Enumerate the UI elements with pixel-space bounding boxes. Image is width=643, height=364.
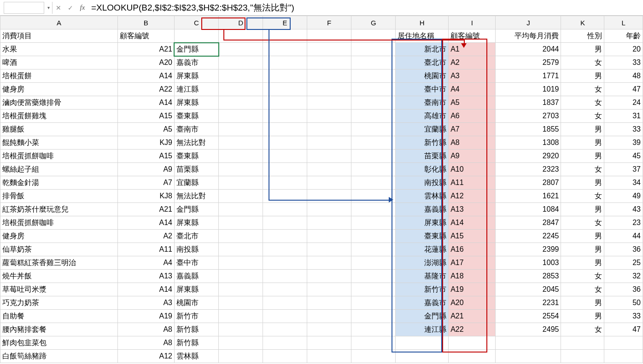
cell[interactable]	[307, 243, 351, 256]
cell[interactable]: 2323	[496, 163, 561, 176]
cell[interactable]: A14	[117, 216, 174, 230]
cell[interactable]: A21	[117, 203, 174, 216]
cell[interactable]	[263, 350, 307, 363]
cell[interactable]	[219, 230, 263, 243]
cell[interactable]: 嘉義市	[174, 56, 218, 69]
cell[interactable]: 年齡	[604, 29, 643, 43]
cell[interactable]: 臺南市	[396, 96, 449, 110]
cell[interactable]	[396, 350, 449, 363]
cancel-icon[interactable]: ✕	[53, 2, 64, 14]
cell[interactable]: 培根蛋抓餅咖啡	[0, 216, 118, 230]
cell[interactable]	[263, 323, 307, 336]
cell[interactable]: 蘿蔔糕紅茶香雞三明治	[0, 256, 118, 270]
cell[interactable]	[263, 243, 307, 256]
cell[interactable]	[351, 256, 396, 270]
cell[interactable]	[219, 163, 263, 176]
cell[interactable]	[219, 150, 263, 163]
cell[interactable]: A9	[449, 150, 496, 163]
cell[interactable]: 男	[561, 256, 604, 270]
cell[interactable]	[219, 216, 263, 230]
cell[interactable]	[219, 123, 263, 136]
cell[interactable]	[351, 163, 396, 176]
cell[interactable]	[561, 350, 604, 363]
cell[interactable]	[219, 243, 263, 256]
cell[interactable]	[351, 336, 396, 350]
cell[interactable]: 女	[561, 163, 604, 176]
cell[interactable]	[561, 336, 604, 350]
cell[interactable]	[307, 136, 351, 150]
cell[interactable]: 24	[604, 96, 643, 110]
cell[interactable]: 33	[604, 56, 643, 69]
cell[interactable]	[219, 256, 263, 270]
cell[interactable]: 彰化縣	[396, 163, 449, 176]
cell[interactable]	[604, 336, 643, 350]
cell[interactable]	[219, 323, 263, 336]
cell[interactable]: 桃園市	[396, 69, 449, 83]
cell[interactable]: A7	[449, 123, 496, 136]
cell[interactable]: 2853	[496, 270, 561, 283]
cell[interactable]	[307, 336, 351, 350]
cell[interactable]	[263, 203, 307, 216]
cell[interactable]	[351, 123, 396, 136]
cell[interactable]: A12	[117, 350, 174, 363]
cell[interactable]: 消費項目	[0, 29, 118, 43]
cell[interactable]: 34	[604, 176, 643, 190]
cell[interactable]: 連江縣	[396, 323, 449, 336]
cell[interactable]	[219, 56, 263, 69]
cell[interactable]: 餛飩麵小菜	[0, 136, 118, 150]
cell[interactable]	[351, 310, 396, 323]
cell[interactable]	[307, 216, 351, 230]
cell[interactable]: A12	[449, 190, 496, 203]
cell[interactable]: 南投縣	[396, 176, 449, 190]
cell[interactable]: 臺東縣	[174, 150, 218, 163]
cell[interactable]: 螺絲起子組	[0, 163, 118, 176]
col-header-F[interactable]: F	[307, 16, 351, 29]
cell[interactable]: 健身房	[0, 83, 118, 96]
cell[interactable]	[351, 270, 396, 283]
cell[interactable]: A7	[117, 176, 174, 190]
cell[interactable]: 新竹縣	[396, 136, 449, 150]
cell[interactable]: 女	[561, 283, 604, 296]
cell[interactable]: A1	[449, 43, 496, 56]
cell[interactable]	[263, 150, 307, 163]
cell[interactable]	[263, 190, 307, 203]
cell[interactable]: 基隆市	[396, 270, 449, 283]
cell[interactable]	[351, 176, 396, 190]
cell[interactable]: 男	[561, 176, 604, 190]
cell[interactable]: 平均每月消費	[496, 29, 561, 43]
cell[interactable]	[263, 256, 307, 270]
cell[interactable]: 45	[604, 150, 643, 163]
cell[interactable]	[219, 43, 263, 56]
cell[interactable]: 2703	[496, 110, 561, 123]
cell[interactable]	[219, 270, 263, 283]
cell[interactable]: 花蓮縣	[396, 243, 449, 256]
cell[interactable]: 37	[604, 163, 643, 176]
cell[interactable]	[307, 110, 351, 123]
cell[interactable]: 32	[604, 270, 643, 283]
cell[interactable]: 金門縣	[174, 203, 218, 216]
cell[interactable]: 培根蛋餅雞塊	[0, 110, 118, 123]
cell[interactable]: 桃園市	[174, 296, 218, 310]
cell[interactable]: 2807	[496, 176, 561, 190]
cell[interactable]: A15	[117, 110, 174, 123]
cell[interactable]: 嘉義縣	[396, 203, 449, 216]
cell[interactable]	[307, 43, 351, 56]
cell[interactable]: 屏東縣	[174, 69, 218, 83]
cell[interactable]: 2847	[496, 216, 561, 230]
cell[interactable]: 雞腿飯	[0, 123, 118, 136]
cell[interactable]: A15	[117, 150, 174, 163]
cell[interactable]	[219, 203, 263, 216]
cell[interactable]: A4	[117, 256, 174, 270]
cell[interactable]	[263, 123, 307, 136]
cell[interactable]: 36	[604, 243, 643, 256]
cell[interactable]: 宜蘭縣	[396, 123, 449, 136]
cell[interactable]: 44	[604, 230, 643, 243]
cell[interactable]	[307, 310, 351, 323]
cell[interactable]	[219, 29, 263, 43]
cell[interactable]: 健身房	[0, 230, 118, 243]
cell[interactable]	[219, 96, 263, 110]
cell[interactable]	[263, 270, 307, 283]
cell[interactable]: 女	[561, 96, 604, 110]
cell[interactable]	[351, 83, 396, 96]
cell[interactable]: 2554	[496, 310, 561, 323]
